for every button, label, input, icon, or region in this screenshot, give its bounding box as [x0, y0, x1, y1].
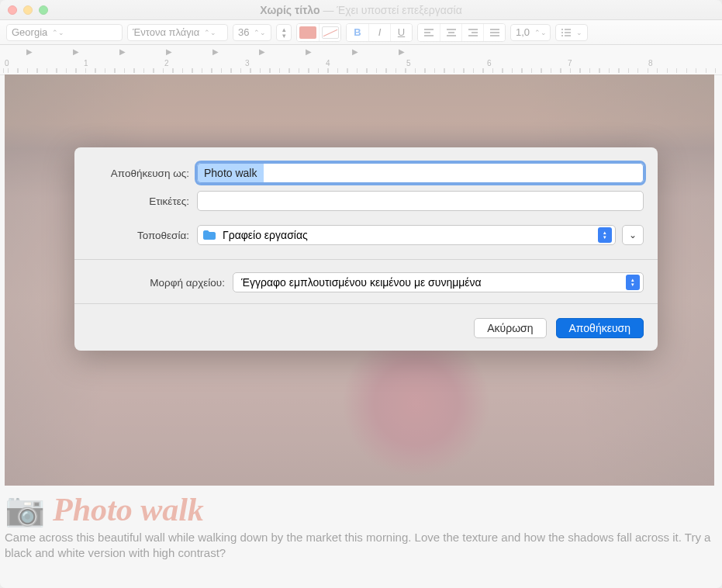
select-arrows-icon	[626, 275, 640, 290]
cancel-button[interactable]: Ακύρωση	[474, 318, 546, 338]
divider	[74, 303, 658, 304]
where-value: Γραφείο εργασίας	[223, 229, 308, 241]
where-label: Τοποθεσία:	[88, 230, 197, 241]
where-select[interactable]: Γραφείο εργασίας	[197, 225, 616, 245]
select-arrows-icon	[598, 227, 612, 243]
folder-icon	[202, 230, 216, 240]
textedit-window: Χωρίς τίτλο — Έχει υποστεί επεξεργασία G…	[0, 0, 722, 588]
save-as-input[interactable]	[197, 163, 644, 183]
divider	[74, 259, 658, 260]
file-format-select[interactable]: Έγγραφο εμπλουτισμένου κειμένου με συνημ…	[233, 272, 644, 292]
chevron-down-icon: ⌄	[629, 230, 637, 240]
expand-sheet-button[interactable]: ⌄	[622, 225, 644, 245]
file-format-label: Μορφή αρχείου:	[88, 277, 233, 289]
file-format-value: Έγγραφο εμπλουτισμένου κειμένου με συνημ…	[241, 276, 482, 289]
tags-input[interactable]	[197, 191, 644, 211]
save-sheet: Αποθήκευση ως: Ετικέτες: Τοποθεσία: Γραφ…	[74, 147, 658, 351]
save-as-label: Αποθήκευση ως:	[88, 168, 197, 179]
tags-label: Ετικέτες:	[88, 195, 197, 207]
save-button[interactable]: Αποθήκευση	[556, 318, 644, 338]
save-button-label: Αποθήκευση	[569, 322, 630, 334]
cancel-button-label: Ακύρωση	[487, 322, 533, 334]
